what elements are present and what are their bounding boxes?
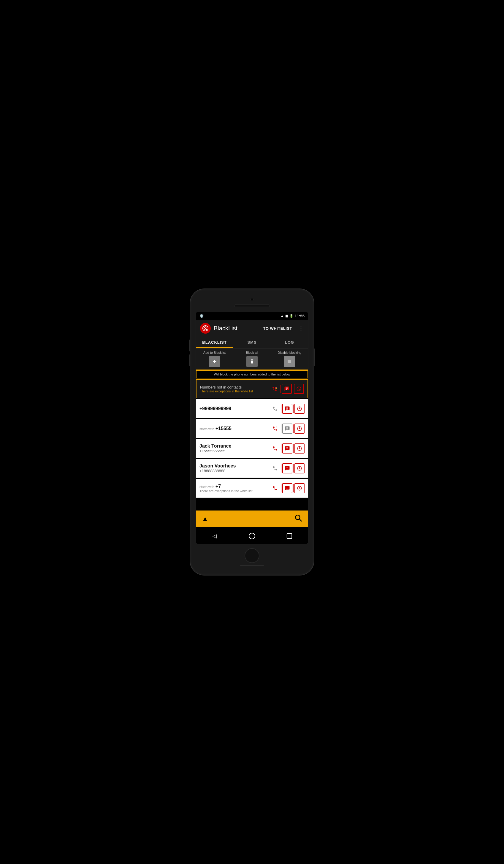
status-bar: 🛡️ ▲ ▣ 🔋 11:55: [196, 312, 308, 320]
icon-divider-8: [293, 444, 293, 453]
search-button[interactable]: [295, 514, 302, 524]
item-icons-99999: [270, 404, 304, 414]
power-button[interactable]: [314, 348, 315, 366]
item-icons-not-in-contacts: 🔒: [269, 384, 304, 394]
item-prefix-starts-plus7: starts with: [200, 485, 214, 489]
sms-icon-1[interactable]: [282, 404, 292, 414]
front-camera: [251, 298, 253, 301]
toolbar: Add to Blacklist Block all: [196, 348, 308, 370]
list-item-99999[interactable]: +99999999999: [196, 399, 308, 418]
call-icon-4[interactable]: [270, 463, 280, 473]
icon-divider-7: [281, 444, 281, 453]
info-bar: Will block the phone numbers added to th…: [196, 370, 308, 379]
battery-icon: 🔋: [289, 314, 293, 318]
svg-rect-7: [251, 361, 253, 363]
item-prefix-15555: starts with: [200, 427, 214, 431]
bottom-bar: ▲: [196, 511, 308, 527]
list-item-jack[interactable]: Jack Torrance +15555555555: [196, 439, 308, 458]
item-prefix-number-plus7: +7: [216, 484, 221, 489]
app-bar: BlackList TO WHITELIST ⋮: [196, 320, 308, 337]
icon-divider-3: [281, 405, 281, 413]
app-title: BlackList: [214, 325, 260, 332]
info-text: Will block the phone numbers added to th…: [214, 372, 290, 376]
svg-rect-9: [288, 360, 291, 363]
item-prefix-number-15555: +15555: [216, 426, 231, 431]
call-icon-0[interactable]: 🔒: [269, 384, 280, 394]
app-logo: [200, 323, 211, 334]
item-name-jack: Jack Torrance: [200, 443, 270, 449]
shield-icon: 🛡️: [200, 314, 204, 318]
time-icon-0[interactable]: [294, 384, 304, 394]
item-text-15555: starts with +15555: [200, 426, 270, 431]
time-icon-3[interactable]: [295, 443, 304, 454]
list-item-not-in-contacts[interactable]: Numbers not in contacts There are except…: [196, 379, 308, 398]
more-menu-icon[interactable]: ⋮: [298, 325, 304, 332]
icon-divider-11: [281, 484, 281, 492]
sms-icon-5[interactable]: [282, 483, 292, 493]
icon-divider-4: [293, 405, 293, 413]
tab-sms[interactable]: SMS: [233, 337, 271, 348]
item-number-jack: +15555555555: [200, 449, 270, 453]
volume-down-button[interactable]: [189, 355, 190, 366]
item-icons-jason: [270, 463, 304, 473]
item-number-99999: +99999999999: [200, 406, 270, 411]
list-item-jason[interactable]: Jason Voorhees +18888888888: [196, 459, 308, 478]
tab-log[interactable]: LOG: [271, 337, 308, 348]
call-icon-5[interactable]: [270, 483, 280, 493]
sms-icon-2[interactable]: [282, 423, 292, 434]
add-to-blacklist-button[interactable]: Add to Blacklist: [196, 348, 233, 370]
block-label: Block all: [246, 351, 258, 355]
icon-divider-12: [293, 484, 293, 492]
icon-divider-9: [281, 464, 281, 472]
item-text-jason: Jason Voorhees +18888888888: [200, 463, 270, 473]
status-time: 11:55: [295, 314, 304, 318]
sms-icon-0[interactable]: [282, 384, 292, 394]
item-note-not-in-contacts: There are exceptions in the white list: [200, 389, 269, 393]
call-icon-1[interactable]: [270, 404, 280, 414]
blacklist-items: Numbers not in contacts There are except…: [196, 379, 308, 498]
wifi-icon: ▲: [280, 314, 284, 318]
sms-icon-4[interactable]: [282, 463, 292, 473]
time-icon-1[interactable]: [295, 404, 304, 414]
icon-divider-5: [281, 424, 281, 433]
disable-icon: [284, 356, 295, 367]
call-icon-2[interactable]: [270, 423, 280, 434]
block-all-button[interactable]: Block all: [233, 348, 271, 370]
spacer: [196, 499, 308, 511]
svg-text:🔒: 🔒: [275, 387, 277, 389]
status-right: ▲ ▣ 🔋 11:55: [280, 314, 304, 318]
tab-blacklist[interactable]: BLACKLIST: [196, 337, 233, 348]
item-text-not-in-contacts: Numbers not in contacts There are except…: [200, 385, 269, 393]
item-text-plus7: starts with +7 There are exceptions in t…: [200, 484, 270, 493]
physical-home-button[interactable]: [244, 548, 260, 563]
recent-button[interactable]: [285, 531, 294, 541]
phone-bottom-bar: [240, 565, 264, 566]
item-icons-plus7: [270, 483, 304, 493]
list-item-15555[interactable]: starts with +15555: [196, 419, 308, 438]
phone-screen: 🛡️ ▲ ▣ 🔋 11:55 BlackList TO WHITELIST ⋮: [196, 312, 308, 544]
icon-divider: [280, 385, 281, 393]
item-number-jason: +18888888888: [200, 469, 270, 473]
status-left: 🛡️: [200, 314, 204, 318]
back-button[interactable]: ◁: [210, 531, 219, 541]
time-icon-5[interactable]: [295, 483, 304, 493]
time-icon-4[interactable]: [295, 463, 304, 473]
volume-up-button[interactable]: [189, 339, 190, 351]
disable-blocking-button[interactable]: Disable blocking: [271, 348, 308, 370]
icon-divider-6: [293, 424, 293, 433]
list-item-plus7[interactable]: starts with +7 There are exceptions in t…: [196, 479, 308, 498]
item-name-jason: Jason Voorhees: [200, 463, 270, 469]
home-button[interactable]: [247, 531, 257, 541]
icon-divider-10: [293, 464, 293, 472]
whitelist-button[interactable]: TO WHITELIST: [263, 326, 292, 331]
item-text-99999: +99999999999: [200, 406, 270, 411]
time-icon-2[interactable]: [295, 423, 304, 434]
svg-line-19: [300, 519, 302, 521]
scroll-up-button[interactable]: ▲: [202, 515, 208, 523]
add-label: Add to Blacklist: [203, 351, 226, 355]
call-icon-3[interactable]: [270, 443, 280, 454]
sms-icon-3[interactable]: [282, 443, 292, 454]
item-note-plus7: There are exceptions in the white list: [200, 489, 270, 493]
nav-bar: ◁: [196, 527, 308, 544]
item-primary-not-in-contacts: Numbers not in contacts: [200, 385, 269, 389]
